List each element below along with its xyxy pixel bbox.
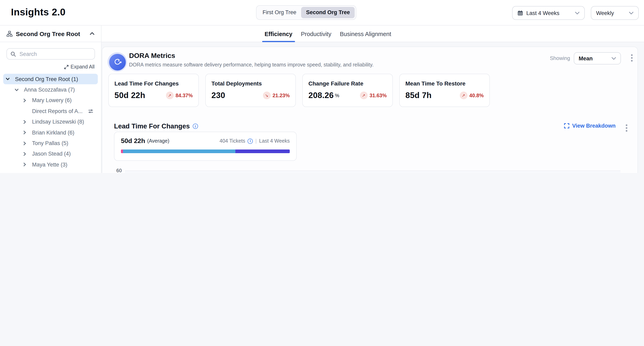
tab-business-alignment[interactable]: Business Alignment (340, 25, 391, 42)
tree-item-label: Anna Scozzafava (7) (24, 87, 75, 93)
sidebar-header: Second Org Tree Root (0, 25, 101, 42)
metric-card: Lead Time For Changes50d 22h↗84.37% (108, 74, 199, 107)
metric-card-title: Mean Time To Restore (406, 80, 484, 87)
y-axis-tick: 60 (109, 168, 122, 173)
info-icon[interactable] (248, 138, 253, 144)
search-input[interactable] (19, 50, 91, 57)
toggle-first-org-tree[interactable]: First Org Tree (258, 7, 301, 18)
lead-time-phase-bar (121, 150, 290, 153)
chevron-down-icon[interactable] (14, 88, 19, 92)
chevron-down-icon (612, 57, 616, 60)
sidebar-search (6, 48, 95, 60)
org-tree-toggle: First Org Tree Second Org Tree (256, 5, 356, 20)
summary-value: 50d 22h (121, 137, 145, 145)
metric-change-badge: ↘21.23% (263, 92, 290, 99)
showing-label: Showing (550, 55, 570, 61)
tree-item[interactable]: Tony Pallas (5) (3, 138, 98, 149)
metric-cards-row: Lead Time For Changes50d 22h↗84.37%Total… (108, 74, 490, 107)
phase-bar-segment-review (123, 150, 235, 153)
dora-panel: DORA Metrics DORA metrics measure softwa… (102, 47, 638, 173)
tree-item-label: Brian Kirkland (6) (32, 130, 74, 136)
info-icon[interactable] (193, 124, 198, 129)
metric-card-unit: % (335, 93, 339, 98)
metric-card: Mean Time To Restore85d 7h↗40.8% (399, 74, 490, 107)
metric-card-value: 230 (212, 91, 225, 100)
tabs-bar: Efficiency Productivity Business Alignme… (102, 25, 644, 42)
date-range-select[interactable]: Last 4 Weeks (512, 6, 585, 20)
tree-item-label: Tony Pallas (5) (32, 140, 68, 146)
expand-all-icon (64, 65, 68, 69)
dora-kebab-menu[interactable] (630, 53, 634, 62)
metric-card-value: 208.26 (308, 91, 334, 100)
chevron-right-icon[interactable] (23, 163, 27, 167)
summary-period: Last 4 Weeks (259, 138, 290, 144)
lead-time-section-title: Lead Time For Changes (114, 122, 190, 130)
org-tree-icon (6, 31, 12, 37)
metric-change-value: 21.23% (272, 93, 290, 98)
separator: | (255, 138, 257, 144)
metric-card-value: 85d 7h (406, 91, 432, 100)
trend-up-icon: ↗ (360, 92, 368, 99)
tree-item-label: Maya Yette (3) (32, 162, 67, 168)
granularity-select[interactable]: Weekly (591, 6, 639, 20)
chevron-right-icon[interactable] (23, 131, 27, 135)
view-breakdown-label: View Breakdown (572, 123, 616, 129)
lead-time-section-header: Lead Time For Changes (114, 122, 198, 130)
phase-bar-segment-planning (121, 150, 123, 153)
metric-card-value: 50d 22h (114, 91, 145, 100)
tab-productivity[interactable]: Productivity (301, 25, 331, 42)
main-tabs: Efficiency Productivity Business Alignme… (264, 25, 391, 42)
chevron-right-icon[interactable] (23, 152, 27, 156)
tree-item[interactable]: Direct Reports of A... (3, 106, 98, 117)
date-range-value: Last 4 Weeks (526, 10, 560, 16)
dora-icon (108, 52, 127, 72)
chevron-up-icon[interactable] (90, 32, 94, 35)
showing-select[interactable]: Mean (574, 52, 621, 64)
metric-change-value: 40.8% (469, 93, 484, 98)
metric-card: Total Deployments230↘21.23% (205, 74, 296, 107)
metric-card: Change Failure Rate208.26%↗31.63% (302, 74, 393, 107)
tree-item[interactable]: Jason Stead (4) (3, 149, 98, 159)
metric-change-value: 31.63% (370, 93, 387, 98)
dora-title: DORA Metrics (129, 52, 175, 60)
tab-efficiency[interactable]: Efficiency (264, 25, 292, 42)
metric-card-title: Total Deployments (212, 80, 290, 87)
tree-item[interactable]: Lindsay Liszewski (8) (3, 117, 98, 127)
chevron-down-icon (629, 11, 634, 14)
insights-dashboard: Insights 2.0 First Org Tree Second Org T… (0, 0, 644, 173)
expand-all-label: Expand All (70, 64, 94, 70)
gridline (125, 171, 620, 171)
metric-card-title: Lead Time For Changes (114, 80, 193, 87)
expand-all-button[interactable]: Expand All (64, 64, 94, 70)
summary-suffix: (Average) (147, 138, 169, 144)
trend-down-icon: ↘ (263, 92, 270, 99)
granularity-value: Weekly (596, 10, 614, 16)
filter-icon[interactable] (88, 109, 93, 114)
tree-item-label: Jason Stead (4) (32, 151, 71, 157)
tree-item-label: Lindsay Liszewski (8) (32, 119, 84, 125)
lead-time-kebab-menu[interactable] (625, 124, 628, 133)
summary-tickets: 404 Tickets (220, 138, 245, 144)
sidebar: Second Org Tree Root Expand All Second O… (0, 25, 102, 173)
dora-description: DORA metrics measure software delivery p… (129, 62, 374, 68)
metric-change-badge: ↗84.37% (166, 92, 193, 99)
tree-item[interactable]: Anna Scozzafava (7) (3, 84, 98, 95)
chevron-right-icon[interactable] (23, 98, 27, 103)
chevron-right-icon[interactable] (23, 141, 27, 145)
toggle-second-org-tree[interactable]: Second Org Tree (301, 7, 355, 18)
tree-item[interactable]: Maya Yette (3) (3, 159, 98, 170)
lead-time-summary-card: 50d 22h (Average) 404 Tickets | Last 4 W… (114, 132, 297, 161)
metric-change-value: 84.37% (176, 93, 193, 98)
calendar-icon (518, 10, 523, 16)
chevron-right-icon[interactable] (23, 120, 27, 124)
tree-item[interactable]: Second Org Tree Root (1) (3, 74, 98, 84)
phase-bar-segment-build (235, 150, 290, 153)
page-title: Insights 2.0 (11, 6, 66, 18)
tree-item-label: Mary Lowery (6) (32, 97, 72, 104)
search-icon (10, 51, 16, 56)
showing-value: Mean (579, 55, 593, 61)
tree-item[interactable]: Mary Lowery (6) (3, 95, 98, 106)
lead-time-view-breakdown[interactable]: View Breakdown (564, 123, 616, 129)
chevron-down-icon[interactable] (6, 77, 10, 81)
tree-item[interactable]: Brian Kirkland (6) (3, 127, 98, 138)
